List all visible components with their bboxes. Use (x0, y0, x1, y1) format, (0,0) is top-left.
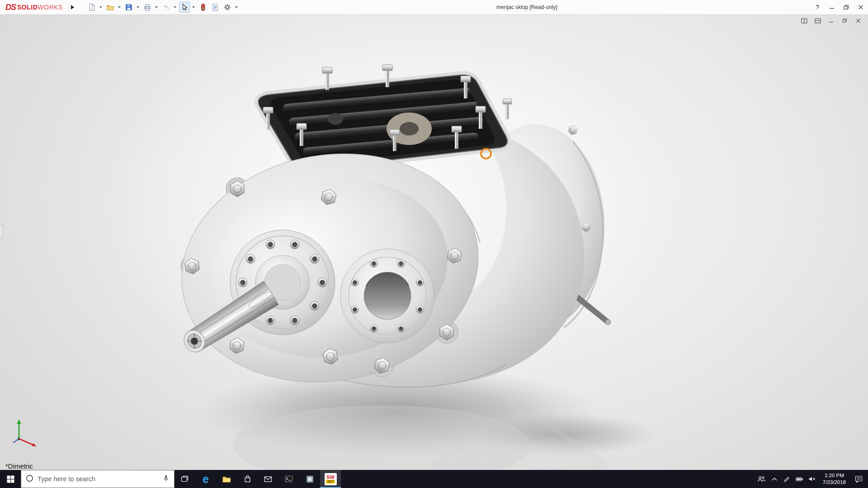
doc-restore-icon[interactable] (841, 17, 849, 24)
save-dropdown[interactable] (136, 2, 141, 13)
mail-icon[interactable] (258, 470, 278, 488)
taskbar-search-box[interactable] (21, 470, 175, 488)
solidworks-badge: SW 2017 (325, 473, 337, 485)
rebuild-icon[interactable] (198, 2, 208, 13)
options-dropdown[interactable] (234, 2, 239, 13)
open-dropdown[interactable] (117, 2, 122, 13)
print-dropdown[interactable] (154, 2, 159, 13)
action-center-icon[interactable] (850, 470, 868, 488)
minimize-button[interactable] (825, 0, 839, 14)
file-explorer-icon[interactable] (216, 470, 237, 488)
view-orientation-label: *Dimetric (5, 462, 33, 470)
taskbar-empty-space (341, 470, 755, 488)
microphone-icon[interactable] (162, 474, 170, 484)
doc-minimize-icon[interactable] (827, 17, 835, 24)
file-properties-icon[interactable] (210, 2, 221, 13)
menu-flyout-arrow[interactable] (68, 3, 76, 12)
taskbar-clock[interactable]: 1:20 PM 7/23/2018 (819, 472, 850, 486)
system-tray: 1:20 PM 7/23/2018 (755, 470, 868, 488)
windows-logo-icon (7, 475, 14, 483)
cortana-icon (26, 474, 33, 484)
ds-logo-glyph: DS (5, 3, 16, 12)
close-button[interactable] (854, 0, 868, 14)
print-icon[interactable] (142, 2, 153, 13)
3d-viewport-canvas[interactable] (0, 15, 868, 470)
volume-muted-icon[interactable] (806, 470, 819, 488)
document-window-controls (800, 17, 863, 24)
solidworks-logo: DS SOLID WORKS (0, 3, 66, 12)
window-controls: ? (810, 0, 868, 14)
doc-close-icon[interactable] (854, 17, 863, 24)
terminal-icon[interactable] (278, 470, 299, 488)
quick-access-toolbar (86, 2, 239, 13)
start-button[interactable] (0, 470, 21, 488)
undo-dropdown[interactable] (173, 2, 178, 13)
select-tool-icon[interactable] (179, 2, 190, 13)
clock-date: 7/23/2018 (823, 479, 846, 486)
brand-name-bold: SOLID (17, 4, 38, 11)
help-button[interactable]: ? (810, 0, 825, 14)
document-title: menjac sklop [Read-only] (496, 4, 557, 10)
store-icon[interactable] (237, 470, 258, 488)
edge-icon[interactable]: e (195, 470, 216, 488)
graphics-area[interactable]: *Dimetric (0, 15, 868, 470)
clock-time: 1:20 PM (823, 472, 846, 479)
select-dropdown[interactable] (191, 2, 196, 13)
panel-splitter-handle[interactable] (0, 224, 3, 239)
restore-button[interactable] (839, 0, 854, 14)
new-dropdown[interactable] (99, 2, 104, 13)
pinned-app-icon[interactable] (299, 470, 320, 488)
hidden-icons-chevron[interactable] (768, 470, 781, 488)
split-pane-icon[interactable] (814, 17, 822, 24)
brand-name-light: WORKS (38, 4, 62, 11)
save-icon[interactable] (123, 2, 134, 13)
restore-pane-icon[interactable] (800, 17, 808, 24)
titlebar: DS SOLID WORKS menjac s (0, 0, 868, 15)
taskbar: e SW 2017 (0, 470, 868, 488)
options-gear-icon[interactable] (222, 2, 233, 13)
search-input[interactable] (38, 475, 158, 483)
battery-icon[interactable] (793, 470, 806, 488)
solidworks-taskbar-icon[interactable]: SW 2017 (320, 470, 341, 488)
pen-icon[interactable] (781, 470, 793, 488)
undo-icon (160, 2, 171, 13)
people-icon[interactable] (755, 470, 768, 488)
open-icon[interactable] (105, 2, 116, 13)
new-document-icon[interactable] (86, 2, 97, 13)
task-view-button[interactable] (175, 470, 195, 488)
orientation-triad (13, 419, 37, 446)
